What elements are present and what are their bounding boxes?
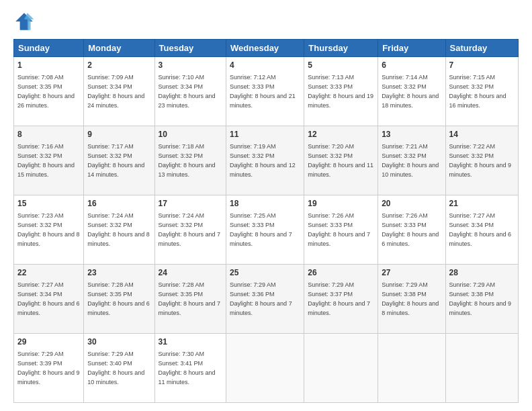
cell-info: Sunrise: 7:27 AMSunset: 3:34 PMDaylight:… [449,212,512,247]
calendar-cell: 3Sunrise: 7:10 AMSunset: 3:34 PMDaylight… [154,57,226,126]
day-number: 2 [87,60,150,71]
day-number: 13 [382,129,441,140]
calendar-cell: 20Sunrise: 7:26 AMSunset: 3:33 PMDayligh… [378,195,445,265]
cell-info: Sunrise: 7:29 AMSunset: 3:37 PMDaylight:… [308,281,370,316]
calendar-cell: 15Sunrise: 7:23 AMSunset: 3:32 PMDayligh… [14,195,84,265]
calendar-cell: 12Sunrise: 7:20 AMSunset: 3:32 PMDayligh… [304,126,378,195]
day-header-wednesday: Wednesday [226,40,304,57]
calendar-cell: 22Sunrise: 7:27 AMSunset: 3:34 PMDayligh… [14,265,84,334]
cell-info: Sunrise: 7:20 AMSunset: 3:32 PMDaylight:… [308,143,373,178]
week-row-5: 29Sunrise: 7:29 AMSunset: 3:39 PMDayligh… [14,334,519,403]
day-number: 24 [159,267,223,279]
calendar-cell: 21Sunrise: 7:27 AMSunset: 3:34 PMDayligh… [445,195,518,265]
day-number: 5 [308,60,374,71]
day-number: 4 [230,60,300,71]
cell-info: Sunrise: 7:26 AMSunset: 3:33 PMDaylight:… [382,212,439,247]
calendar-cell: 31Sunrise: 7:30 AMSunset: 3:41 PMDayligh… [154,334,226,403]
day-number: 26 [308,267,374,279]
day-number: 28 [449,267,515,279]
cell-info: Sunrise: 7:15 AMSunset: 3:32 PMDaylight:… [449,74,506,109]
day-header-thursday: Thursday [304,40,378,57]
calendar-table: SundayMondayTuesdayWednesdayThursdayFrid… [13,39,519,403]
day-number: 11 [230,129,300,140]
calendar-cell: 23Sunrise: 7:28 AMSunset: 3:35 PMDayligh… [84,265,154,334]
day-number: 15 [17,198,80,210]
cell-info: Sunrise: 7:25 AMSunset: 3:33 PMDaylight:… [230,212,292,247]
page: SundayMondayTuesdayWednesdayThursdayFrid… [0,0,532,411]
day-number: 30 [87,336,150,348]
calendar-cell [226,334,304,403]
cell-info: Sunrise: 7:22 AMSunset: 3:32 PMDaylight:… [449,143,512,178]
calendar-cell: 29Sunrise: 7:29 AMSunset: 3:39 PMDayligh… [14,334,84,403]
calendar-cell: 11Sunrise: 7:19 AMSunset: 3:32 PMDayligh… [226,126,304,195]
week-row-1: 1Sunrise: 7:08 AMSunset: 3:35 PMDaylight… [14,57,519,126]
cell-info: Sunrise: 7:21 AMSunset: 3:32 PMDaylight:… [382,143,439,178]
calendar-cell [378,334,445,403]
week-row-2: 8Sunrise: 7:16 AMSunset: 3:32 PMDaylight… [14,126,519,195]
cell-info: Sunrise: 7:18 AMSunset: 3:32 PMDaylight:… [159,143,216,178]
cell-info: Sunrise: 7:28 AMSunset: 3:35 PMDaylight:… [87,281,150,316]
day-number: 31 [159,336,223,348]
day-number: 19 [308,198,374,210]
cell-info: Sunrise: 7:09 AMSunset: 3:34 PMDaylight:… [87,74,144,109]
calendar-cell: 25Sunrise: 7:29 AMSunset: 3:36 PMDayligh… [226,265,304,334]
day-header-row: SundayMondayTuesdayWednesdayThursdayFrid… [14,40,519,57]
day-header-sunday: Sunday [14,40,84,57]
week-row-3: 15Sunrise: 7:23 AMSunset: 3:32 PMDayligh… [14,195,519,265]
calendar-cell [304,334,378,403]
cell-info: Sunrise: 7:23 AMSunset: 3:32 PMDaylight:… [17,212,80,247]
logo [13,11,38,32]
day-number: 12 [308,129,374,140]
cell-info: Sunrise: 7:10 AMSunset: 3:34 PMDaylight:… [159,74,216,109]
day-header-friday: Friday [378,40,445,57]
day-number: 27 [382,267,441,279]
week-row-4: 22Sunrise: 7:27 AMSunset: 3:34 PMDayligh… [14,265,519,334]
day-number: 22 [17,267,80,279]
day-number: 8 [17,129,80,140]
cell-info: Sunrise: 7:29 AMSunset: 3:39 PMDaylight:… [17,351,80,385]
calendar-cell: 8Sunrise: 7:16 AMSunset: 3:32 PMDaylight… [14,126,84,195]
calendar-cell: 1Sunrise: 7:08 AMSunset: 3:35 PMDaylight… [14,57,84,126]
calendar-cell [445,334,518,403]
calendar-cell: 28Sunrise: 7:29 AMSunset: 3:38 PMDayligh… [445,265,518,334]
cell-info: Sunrise: 7:13 AMSunset: 3:33 PMDaylight:… [308,74,373,109]
day-header-saturday: Saturday [445,40,518,57]
day-header-monday: Monday [84,40,154,57]
cell-info: Sunrise: 7:29 AMSunset: 3:36 PMDaylight:… [230,281,292,316]
day-number: 17 [159,198,223,210]
cell-info: Sunrise: 7:28 AMSunset: 3:35 PMDaylight:… [159,281,221,316]
calendar-cell: 5Sunrise: 7:13 AMSunset: 3:33 PMDaylight… [304,57,378,126]
cell-info: Sunrise: 7:14 AMSunset: 3:32 PMDaylight:… [382,74,439,109]
cell-info: Sunrise: 7:24 AMSunset: 3:32 PMDaylight:… [159,212,221,247]
calendar-cell: 27Sunrise: 7:29 AMSunset: 3:38 PMDayligh… [378,265,445,334]
calendar-cell: 24Sunrise: 7:28 AMSunset: 3:35 PMDayligh… [154,265,226,334]
day-number: 6 [382,60,441,71]
header [13,11,519,32]
calendar-cell: 18Sunrise: 7:25 AMSunset: 3:33 PMDayligh… [226,195,304,265]
day-header-tuesday: Tuesday [154,40,226,57]
calendar-cell: 26Sunrise: 7:29 AMSunset: 3:37 PMDayligh… [304,265,378,334]
day-number: 25 [230,267,300,279]
day-number: 29 [17,336,80,348]
day-number: 16 [87,198,150,210]
cell-info: Sunrise: 7:24 AMSunset: 3:32 PMDaylight:… [87,212,150,247]
cell-info: Sunrise: 7:19 AMSunset: 3:32 PMDaylight:… [230,143,296,178]
cell-info: Sunrise: 7:12 AMSunset: 3:33 PMDaylight:… [230,74,296,109]
cell-info: Sunrise: 7:29 AMSunset: 3:40 PMDaylight:… [87,351,144,385]
cell-info: Sunrise: 7:08 AMSunset: 3:35 PMDaylight:… [17,74,75,109]
cell-info: Sunrise: 7:16 AMSunset: 3:32 PMDaylight:… [17,143,75,178]
logo-icon [13,11,35,32]
cell-info: Sunrise: 7:26 AMSunset: 3:33 PMDaylight:… [308,212,370,247]
calendar-cell: 10Sunrise: 7:18 AMSunset: 3:32 PMDayligh… [154,126,226,195]
day-number: 14 [449,129,515,140]
day-number: 10 [159,129,223,140]
calendar-cell: 30Sunrise: 7:29 AMSunset: 3:40 PMDayligh… [84,334,154,403]
calendar-cell: 13Sunrise: 7:21 AMSunset: 3:32 PMDayligh… [378,126,445,195]
day-number: 18 [230,198,300,210]
calendar-cell: 6Sunrise: 7:14 AMSunset: 3:32 PMDaylight… [378,57,445,126]
calendar-cell: 2Sunrise: 7:09 AMSunset: 3:34 PMDaylight… [84,57,154,126]
calendar-cell: 19Sunrise: 7:26 AMSunset: 3:33 PMDayligh… [304,195,378,265]
cell-info: Sunrise: 7:30 AMSunset: 3:41 PMDaylight:… [159,351,216,385]
day-number: 23 [87,267,150,279]
cell-info: Sunrise: 7:17 AMSunset: 3:32 PMDaylight:… [87,143,144,178]
